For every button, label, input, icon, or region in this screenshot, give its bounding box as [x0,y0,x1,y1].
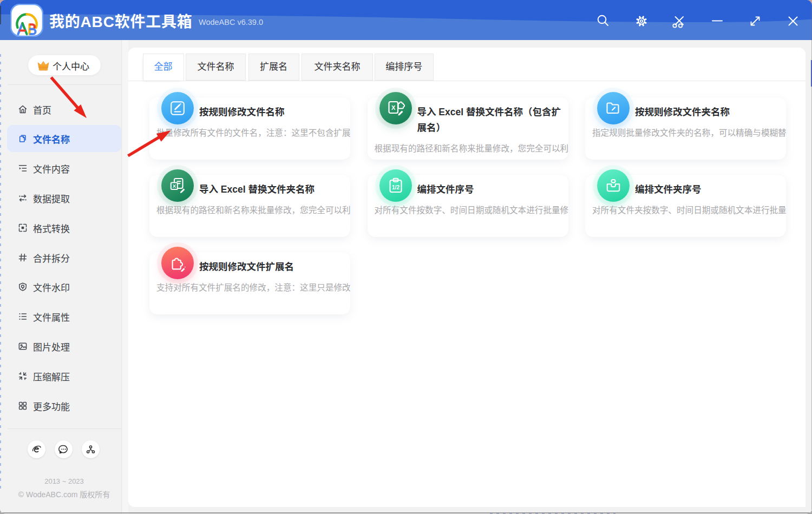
svg-text:1/2: 1/2 [392,184,400,190]
svg-text:X: X [173,183,176,189]
svg-text:X: X [391,104,396,111]
